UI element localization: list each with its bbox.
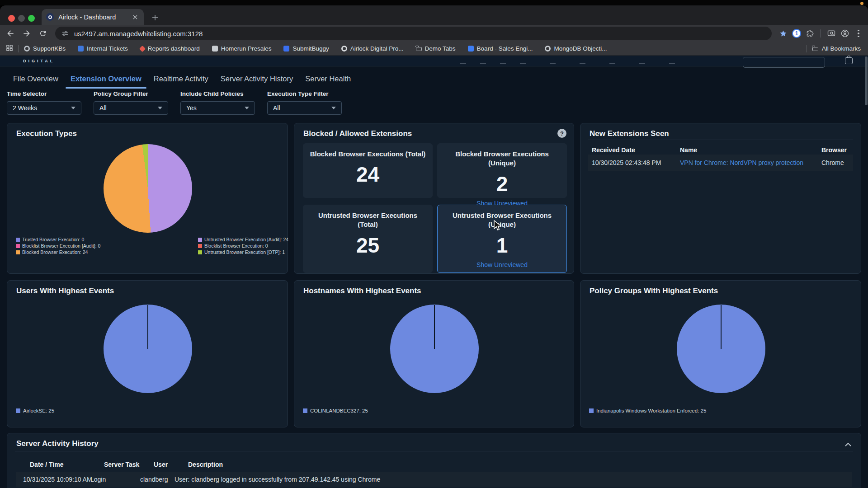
site-info-icon[interactable]	[61, 30, 69, 37]
card-title: Blocked / Allowed Extensions	[303, 129, 412, 138]
bookmark-item[interactable]: MongoDB Objecti...	[545, 45, 607, 52]
nav-item-clipped	[500, 63, 506, 64]
hostnames-legend: COLINLANDBEC327: 25	[303, 408, 368, 413]
legend-label: AirlockSE: 25	[23, 408, 54, 413]
back-icon[interactable]	[4, 27, 17, 40]
airlock-digital-logo: DIGITAL	[23, 59, 55, 63]
bookmark-item[interactable]: Reports dashboard	[140, 45, 200, 52]
menubar-strip	[0, 0, 868, 5]
legend-item: Blocked Browser Execution: 24	[16, 249, 198, 255]
window-close-button[interactable]	[8, 15, 15, 22]
server-activity-rows: 10/31/2025 10:09:10 AMLoginclandbergUser…	[16, 472, 852, 488]
execution-types-pie[interactable]	[104, 144, 192, 233]
extensions-icon[interactable]	[803, 27, 817, 40]
profile-avatar-icon[interactable]	[838, 27, 852, 40]
folder-icon	[812, 47, 818, 51]
filter-dropdown[interactable]: 2 Weeks	[7, 101, 81, 115]
tab-realtime-activity[interactable]: Realtime Activity	[154, 75, 208, 89]
reload-icon[interactable]	[36, 27, 50, 40]
bookmark-star-icon[interactable]	[776, 27, 790, 40]
ring-bookmark-icon	[545, 46, 551, 52]
stat-box[interactable]: Untrusted Browser Executions (Total)25	[303, 205, 433, 273]
filter-dropdown[interactable]: Yes	[180, 101, 255, 115]
forward-icon[interactable]	[20, 27, 33, 40]
show-unreviewed-link[interactable]: Show Unreviewed	[476, 261, 528, 268]
window-zoom-button[interactable]	[28, 15, 35, 22]
bookmark-item[interactable]: Airlock Digital Pro...	[341, 45, 404, 52]
cell-user: clandberg	[140, 476, 175, 483]
extension-link[interactable]: VPN for Chrome: NordVPN proxy protection	[680, 159, 803, 166]
card-title: New Extensions Seen	[590, 129, 669, 138]
policy-groups-pie[interactable]	[677, 305, 765, 393]
browser-menu-icon[interactable]	[852, 27, 865, 40]
filter-execution-type-filter: Execution Type FilterAll	[267, 90, 342, 115]
tab-title: Airlock - Dashboard	[58, 14, 131, 21]
legend-swatch	[16, 238, 20, 242]
nav-item-clipped	[460, 63, 466, 64]
legend-label: Blocklist Browser Execution: 0	[204, 243, 268, 249]
execution-types-card: Execution Types Trusted Browser Executio…	[7, 123, 288, 274]
browser-tabstrip: Airlock - Dashboard	[0, 5, 868, 25]
card-title: Policy Groups With Highest Events	[590, 286, 718, 296]
app-navbar-clipped: DIGITAL	[0, 56, 868, 66]
legend-swatch	[16, 244, 20, 248]
bookmark-label: SubmitBuggy	[292, 45, 329, 52]
square-bookmark-icon	[78, 46, 84, 52]
stat-label: Blocked Browser Executions (Unique)	[442, 150, 562, 168]
new-tab-button[interactable]	[150, 13, 160, 23]
tab-extension-overview[interactable]: Extension Overview	[71, 75, 142, 89]
window-minimize-button[interactable]	[18, 15, 25, 22]
divider	[15, 451, 853, 451]
password-manager-icon[interactable]	[790, 27, 803, 40]
filter-dropdown[interactable]: All	[267, 101, 342, 115]
filter-dropdown[interactable]: All	[94, 101, 168, 115]
nav-item-clipped	[669, 63, 675, 64]
filter-value: 2 Weeks	[13, 104, 37, 112]
scrollbar-thumb[interactable]	[865, 56, 868, 105]
address-bar[interactable]: us2497.am.managedwhitelisting.com:3128	[55, 27, 772, 40]
stat-box[interactable]: Untrusted Browser Executions (Unique)1Sh…	[437, 205, 567, 273]
stat-box[interactable]: Blocked Browser Executions (Total)24	[303, 143, 433, 198]
legend-swatch	[198, 244, 202, 248]
filter-label: Execution Type Filter	[267, 90, 342, 97]
legend-swatch	[198, 250, 202, 254]
stat-box[interactable]: Blocked Browser Executions (Unique)2Show…	[437, 143, 567, 198]
help-icon[interactable]	[557, 129, 566, 138]
app-search-input[interactable]	[743, 57, 825, 68]
bag-icon[interactable]	[845, 57, 853, 64]
column-header: User	[154, 461, 188, 468]
nav-item-clipped	[639, 63, 645, 64]
bookmark-label: Demo Tabs	[425, 45, 456, 52]
collapse-chevron-icon[interactable]	[844, 440, 853, 449]
toolbar-separator	[821, 29, 821, 38]
screen-search-icon[interactable]	[825, 27, 838, 40]
bookmark-item[interactable]: Demo Tabs	[416, 45, 456, 52]
divider	[588, 140, 853, 140]
bookmark-item[interactable]: SupportKBs	[24, 45, 66, 52]
bookmark-label: Homerun Presales	[221, 45, 272, 52]
bookmark-item[interactable]: Board - Sales Engi...	[468, 45, 533, 52]
nav-item-clipped	[609, 63, 615, 64]
cell-extension-name: VPN for Chrome: NordVPN proxy protection	[680, 159, 821, 166]
users-pie[interactable]	[104, 305, 192, 393]
table-row[interactable]: 10/30/2025 02:43:48 PMVPN for Chrome: No…	[588, 155, 853, 171]
all-bookmarks-button[interactable]: All Bookmarks	[812, 45, 861, 52]
filter-policy-group-filter: Policy Group FilterAll	[94, 90, 168, 115]
table-row[interactable]: 10/31/2025 10:09:10 AMLoginclandbergUser…	[16, 472, 852, 487]
hostnames-pie[interactable]	[390, 305, 479, 393]
tab-server-health[interactable]: Server Health	[305, 75, 351, 89]
tab-file-overview[interactable]: File Overview	[13, 75, 58, 89]
legend-item: Blocklist Browser Execution: 0	[198, 243, 288, 249]
chevron-down-icon	[71, 107, 75, 109]
apps-grid-icon[interactable]	[6, 45, 13, 52]
browser-tab[interactable]: Airlock - Dashboard	[42, 9, 144, 25]
bookmark-item[interactable]: Internal Tickets	[78, 45, 128, 52]
bookmark-item[interactable]: Homerun Presales	[212, 45, 272, 52]
tab-server-activity-history[interactable]: Server Activity History	[221, 75, 293, 89]
users-legend: AirlockSE: 25	[16, 408, 54, 413]
cell-browser: Chrome	[821, 159, 850, 166]
screen: Airlock - Dashboard us2497.am.managedwhi…	[0, 0, 868, 488]
tab-close-icon[interactable]	[131, 13, 139, 21]
hostnames-highest-events-card: Hostnames With Highest Events COLINLANDB…	[294, 280, 574, 427]
bookmark-item[interactable]: SubmitBuggy	[283, 45, 329, 52]
